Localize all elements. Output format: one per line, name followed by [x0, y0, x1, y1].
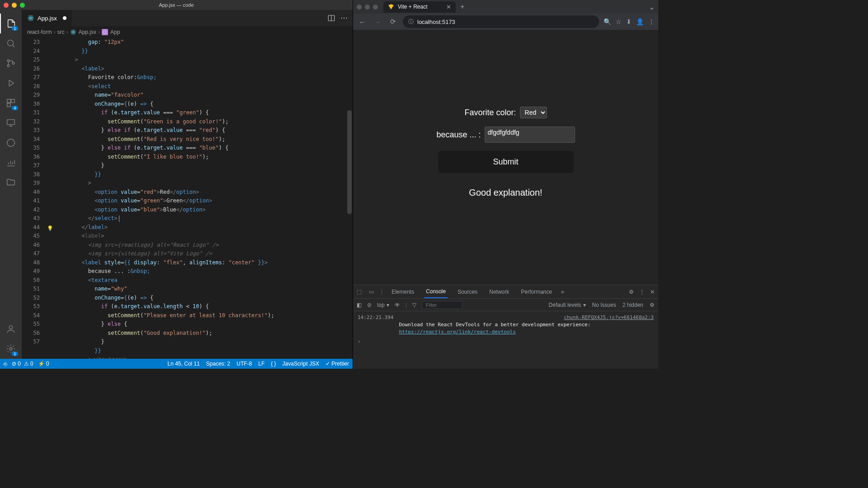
devtools-tab-network[interactable]: Network: [487, 285, 511, 298]
react-icon: [70, 29, 76, 35]
devtools-tab-sources[interactable]: Sources: [456, 285, 479, 298]
search-icon[interactable]: [0, 33, 22, 53]
window-maximize-icon[interactable]: [20, 3, 25, 8]
remote-indicator-icon[interactable]: ⎋: [4, 361, 7, 367]
svg-point-0: [8, 40, 14, 46]
tab-modified-dot-icon[interactable]: [63, 16, 66, 20]
console-output[interactable]: 14:22:21.394 chunk-REFQX4J5.js?v=661468a…: [353, 311, 658, 369]
status-cursor[interactable]: Ln 45, Col 11: [167, 361, 199, 367]
window-minimize-icon[interactable]: [12, 3, 17, 8]
extensions-badge: 4: [12, 106, 18, 110]
devtools-tab-console[interactable]: Console: [424, 285, 448, 298]
tab-close-icon[interactable]: ✕: [446, 4, 451, 10]
status-prettier[interactable]: ✓ Prettier: [326, 361, 349, 367]
status-bar: ⎋ ⊘ 0 ⚠ 0 ⚡ 0 Ln 45, Col 11 Spaces: 2 UT…: [0, 359, 353, 369]
menu-icon[interactable]: ⋮: [648, 18, 655, 25]
browser-titlebar: Vite + React ✕ + ⌄: [353, 0, 658, 14]
lightbulb-icon[interactable]: 💡: [47, 224, 53, 233]
log-source-link[interactable]: chunk-REFQX4J5.js?v=661468a2:3: [564, 314, 654, 321]
status-encoding[interactable]: UTF-8: [236, 361, 252, 367]
svg-point-19: [73, 32, 74, 33]
scrollbar[interactable]: [347, 110, 352, 214]
devtools-more-icon[interactable]: ⋮: [639, 289, 645, 295]
split-editor-icon[interactable]: [327, 14, 335, 22]
back-icon[interactable]: ←: [357, 18, 368, 26]
status-errors[interactable]: ⊘ 0 ⚠ 0: [12, 361, 33, 367]
circle-icon[interactable]: [0, 133, 22, 153]
page-content: Favorite color: Red because ... : Submit…: [353, 30, 658, 285]
favcolor-select[interactable]: Red: [520, 107, 547, 118]
more-icon[interactable]: [340, 14, 348, 22]
context-dropdown[interactable]: top ▾: [377, 302, 389, 308]
log-url-link[interactable]: https://reactjs.org/link/react-devtools: [399, 329, 515, 335]
console-prompt-icon[interactable]: ›: [358, 338, 654, 344]
devtools-tab-elements[interactable]: Elements: [390, 285, 416, 298]
reload-icon[interactable]: ⟳: [387, 18, 398, 26]
chevron-down-icon[interactable]: ⌄: [649, 3, 655, 11]
svg-rect-4: [7, 99, 10, 103]
window-maximize-icon[interactable]: [373, 5, 378, 9]
because-textarea[interactable]: [485, 127, 575, 143]
status-eol[interactable]: LF: [258, 361, 264, 367]
svg-point-18: [346, 18, 347, 19]
breadcrumb-project: react-form: [27, 29, 52, 35]
issues-badge[interactable]: No Issues: [592, 302, 616, 308]
svg-point-17: [344, 18, 344, 19]
clear-console-icon[interactable]: ⊘: [367, 302, 372, 308]
svg-point-11: [30, 18, 32, 19]
result-text: Good explanation!: [469, 188, 542, 198]
status-language[interactable]: JavaScript JSX: [283, 361, 319, 367]
svg-point-2: [7, 65, 9, 67]
devtools-tab-performance[interactable]: Performance: [519, 285, 554, 298]
breadcrumb[interactable]: react-form › src › App.jsx › ⬡App: [22, 26, 353, 38]
svg-rect-5: [11, 99, 14, 103]
sidebar-toggle-icon[interactable]: ◧: [357, 302, 362, 308]
profile-icon[interactable]: 👤: [636, 18, 644, 25]
vscode-window: App.jsx — code 1 4: [0, 0, 353, 369]
more-tabs-icon[interactable]: »: [561, 289, 564, 295]
account-icon[interactable]: [0, 319, 22, 339]
status-ports[interactable]: ⚡ 0: [38, 361, 49, 367]
devtools-close-icon[interactable]: ✕: [650, 289, 655, 295]
browser-toolbar: ← → ⟳ ⓘ localhost:5173 🔍 ☆ ⬇ 👤 ⋮: [353, 14, 658, 30]
editor-tabbar: App.jsx: [22, 10, 353, 26]
browser-tab[interactable]: Vite + React ✕: [383, 1, 456, 13]
explorer-icon[interactable]: 1: [0, 14, 22, 33]
submit-button[interactable]: Submit: [438, 151, 574, 173]
editor-tab[interactable]: App.jsx: [22, 10, 72, 26]
site-info-icon[interactable]: ⓘ: [408, 18, 414, 26]
folder-icon[interactable]: [0, 173, 22, 192]
download-icon[interactable]: ⬇: [626, 18, 632, 25]
log-message: Download the React DevTools for a better…: [399, 322, 590, 328]
zoom-icon[interactable]: 🔍: [604, 18, 611, 25]
forward-icon[interactable]: →: [372, 18, 383, 26]
inspect-icon[interactable]: ⬚: [357, 289, 362, 295]
new-tab-icon[interactable]: +: [457, 3, 468, 11]
debug-icon[interactable]: [0, 73, 22, 93]
console-settings-icon[interactable]: ⚙: [650, 302, 655, 308]
window-close-icon[interactable]: [357, 5, 362, 9]
url-bar[interactable]: ⓘ localhost:5173: [403, 15, 599, 28]
code-editor[interactable]: 2324252627282930313233343536373839404142…: [22, 38, 353, 359]
devtools-settings-icon[interactable]: ⚙: [629, 289, 634, 295]
eye-icon[interactable]: 👁: [395, 302, 400, 308]
source-control-icon[interactable]: [0, 53, 22, 73]
activity-bar: 1 4 1: [0, 10, 22, 359]
settings-icon[interactable]: 1: [0, 339, 22, 359]
svg-rect-7: [7, 120, 15, 125]
status-braces-icon[interactable]: { }: [271, 361, 276, 367]
window-minimize-icon[interactable]: [365, 5, 370, 9]
status-spaces[interactable]: Spaces: 2: [206, 361, 230, 367]
log-levels-dropdown[interactable]: Default levels ▾: [549, 302, 586, 308]
bookmark-icon[interactable]: ☆: [616, 18, 622, 25]
because-label: because ... :: [436, 130, 481, 140]
window-close-icon[interactable]: [4, 3, 9, 8]
device-icon[interactable]: ▭: [369, 289, 374, 295]
graph-icon[interactable]: [0, 153, 22, 173]
svg-point-8: [7, 139, 15, 147]
extensions-icon[interactable]: 4: [0, 93, 22, 113]
devtools: ⬚ ▭ | ElementsConsoleSourcesNetworkPerfo…: [353, 285, 658, 369]
console-filter-input[interactable]: [422, 301, 462, 309]
remote-icon[interactable]: [0, 113, 22, 133]
hidden-count[interactable]: 2 hidden: [623, 302, 643, 308]
